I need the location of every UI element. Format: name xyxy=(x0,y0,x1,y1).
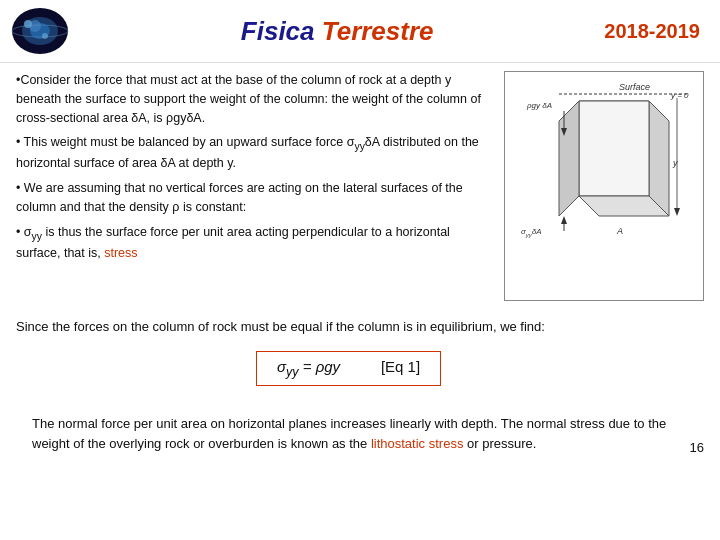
bullet-1: •Consider the force that must act at the… xyxy=(16,71,494,127)
header: Fisica Terrestre 2018-2019 xyxy=(0,0,720,63)
page-number: 16 xyxy=(684,440,704,455)
title-terrestre: Terrestre xyxy=(315,16,434,46)
bullet-4: • σyy is thus the surface force per unit… xyxy=(16,223,494,263)
lithostatic-stress: lithostatic stress xyxy=(367,436,463,451)
svg-text:Surface: Surface xyxy=(619,82,650,92)
svg-point-6 xyxy=(42,33,48,39)
equation-container: σyy = ρgy [Eq 1] xyxy=(216,347,704,396)
svg-marker-13 xyxy=(559,101,579,216)
bottom-text: The normal force per unit area on horizo… xyxy=(16,414,684,456)
svg-point-5 xyxy=(24,20,32,28)
bullet-2: • This weight must be balanced by an upw… xyxy=(16,133,494,173)
svg-text:σyyδA: σyyδA xyxy=(521,227,542,238)
svg-marker-18 xyxy=(674,208,680,216)
equation-box: σyy = ρgy [Eq 1] xyxy=(256,351,441,386)
diagram-area: Surface δA y = 0 y ρgy δA xyxy=(504,71,704,301)
bottom-text-end: or pressure. xyxy=(463,436,536,451)
bottom-text-start: The normal force per unit area on horizo… xyxy=(32,416,666,452)
svg-text:y = 0: y = 0 xyxy=(670,91,689,100)
main-content: •Consider the force that must act at the… xyxy=(0,63,720,309)
page-title: Fisica Terrestre xyxy=(70,16,604,47)
equilibrium-section: Since the forces on the column of rock m… xyxy=(0,309,720,414)
stress-word: stress xyxy=(104,246,137,260)
diagram-svg: Surface δA y = 0 y ρgy δA xyxy=(509,76,699,296)
svg-marker-12 xyxy=(579,101,649,196)
eq-label: [Eq 1] xyxy=(381,358,420,375)
left-text-block: •Consider the force that must act at the… xyxy=(16,71,494,301)
logo xyxy=(10,6,70,56)
svg-text:A: A xyxy=(616,226,623,236)
bullet-3: • We are assuming that no vertical force… xyxy=(16,179,494,217)
title-fisica: Fisica xyxy=(241,16,315,46)
svg-text:ρgy δA: ρgy δA xyxy=(526,101,552,110)
year-label: 2018-2019 xyxy=(604,20,710,43)
bottom-section: The normal force per unit area on horizo… xyxy=(0,414,720,456)
equilibrium-text: Since the forces on the column of rock m… xyxy=(16,317,704,337)
svg-marker-24 xyxy=(561,216,567,224)
